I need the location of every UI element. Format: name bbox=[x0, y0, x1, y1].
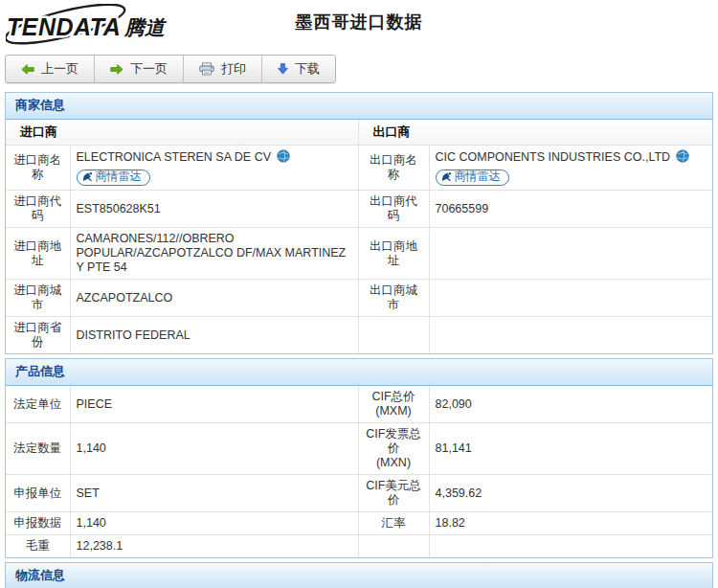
field-label: CIF发票总价 (MXN) bbox=[358, 423, 429, 475]
section-title-merchant: 商家信息 bbox=[6, 93, 712, 120]
globe-icon[interactable] bbox=[277, 149, 290, 167]
field-value: 1,140 bbox=[70, 423, 358, 475]
field-label bbox=[358, 317, 429, 354]
field-label: 进口商省份 bbox=[6, 317, 70, 354]
field-value: 12,238.1 bbox=[70, 535, 358, 558]
field-label: 进口商名称 bbox=[6, 145, 70, 191]
download-button[interactable]: 下载 bbox=[262, 56, 335, 82]
field-label bbox=[358, 535, 429, 558]
radar-icon bbox=[441, 171, 452, 182]
table-row: 法定数量 1,140 CIF发票总价 (MXN) 81,141 bbox=[6, 423, 712, 475]
field-label: CIF总价 (MXM) bbox=[358, 386, 429, 423]
field-value: SET bbox=[70, 475, 358, 512]
field-value: 81,141 bbox=[429, 423, 712, 475]
table-row: 进口商名称 ELECTRONICA STEREN SA DE CV bbox=[6, 145, 712, 191]
field-label: 申报单位 bbox=[6, 475, 70, 512]
section-title-logistics: 物流信息 bbox=[6, 563, 712, 588]
download-label: 下载 bbox=[295, 60, 320, 78]
download-icon bbox=[278, 63, 288, 75]
next-page-button[interactable]: 下一页 bbox=[95, 56, 184, 82]
prev-page-label: 上一页 bbox=[41, 60, 79, 78]
field-value: DISTRITO FEDERAL bbox=[70, 317, 358, 354]
radar-badge-label: 商情雷达 bbox=[96, 170, 142, 183]
logistics-info-section: 物流信息 海关编码 82054001 日期 2018-09-24 原产国 TAI… bbox=[5, 562, 713, 588]
importer-header: 进口商 bbox=[6, 120, 358, 145]
field-value: CIC COMPONENTS INDUSTRIES CO.,LTD bbox=[429, 145, 712, 191]
radar-badge-label: 商情雷达 bbox=[455, 170, 501, 183]
field-value: CAMARONES/112//OBRERO POPULAR/AZCAPOTZAL… bbox=[70, 228, 358, 280]
table-row: 进口商城市 AZCAPOTZALCO 出口商城市 bbox=[6, 280, 712, 317]
field-label: CIF美元总价 bbox=[358, 475, 429, 512]
table-row: 申报数据 1,140 汇率 18.82 bbox=[6, 512, 712, 535]
field-label: 进口商代码 bbox=[6, 191, 70, 228]
field-value: PIECE bbox=[70, 386, 358, 423]
field-label: 出口商城市 bbox=[358, 280, 429, 317]
print-label: 打印 bbox=[221, 60, 246, 78]
logo-text-en: TENDATA bbox=[7, 13, 121, 40]
merchant-table: 进口商 出口商 进口商名称 ELECTRONICA STEREN SA DE C… bbox=[6, 120, 712, 353]
arrow-right-icon bbox=[110, 64, 123, 75]
globe-icon[interactable] bbox=[676, 149, 689, 167]
page-header: TENDATA 腾道 墨西哥进口数据 bbox=[0, 0, 718, 50]
table-row: 进口商地址 CAMARONES/112//OBRERO POPULAR/AZCA… bbox=[6, 228, 712, 280]
field-value: 18.82 bbox=[429, 512, 712, 535]
toolbar: 上一页 下一页 打印 下载 bbox=[5, 55, 336, 83]
logo-text-cn: 腾道 bbox=[123, 16, 168, 38]
product-info-section: 产品信息 法定单位 PIECE CIF总价 (MXM) 82,090 法定数量 … bbox=[5, 358, 713, 558]
field-value: 4,359.62 bbox=[429, 475, 712, 512]
field-label: 出口商代码 bbox=[358, 191, 429, 228]
next-page-label: 下一页 bbox=[130, 60, 168, 78]
field-value: ELECTRONICA STEREN SA DE CV 商情雷达 bbox=[70, 145, 358, 191]
table-row: 进口商代码 EST850628K51 出口商代码 70665599 bbox=[6, 191, 712, 228]
merchant-info-section: 商家信息 进口商 出口商 进口商名称 ELECTRONICA STEREN SA… bbox=[5, 92, 713, 354]
exporter-header: 出口商 bbox=[358, 120, 712, 145]
table-row: 法定单位 PIECE CIF总价 (MXM) 82,090 bbox=[6, 386, 712, 423]
field-label: 法定数量 bbox=[6, 423, 70, 475]
field-label: 进口商地址 bbox=[6, 228, 70, 280]
table-row: 进口商省份 DISTRITO FEDERAL bbox=[6, 317, 712, 354]
merchant-subheader-row: 进口商 出口商 bbox=[6, 120, 712, 145]
field-label: 出口商地址 bbox=[358, 228, 429, 280]
field-label: 毛重 bbox=[6, 535, 70, 558]
field-label: 法定单位 bbox=[6, 386, 70, 423]
table-row: 毛重 12,238.1 bbox=[6, 535, 712, 558]
radar-icon bbox=[82, 171, 93, 182]
field-value: EST850628K51 bbox=[70, 191, 358, 228]
print-button[interactable]: 打印 bbox=[184, 56, 262, 82]
field-label: 进口商城市 bbox=[6, 280, 70, 317]
exporter-name: CIC COMPONENTS INDUSTRIES CO.,LTD bbox=[436, 150, 671, 165]
radar-badge[interactable]: 商情雷达 bbox=[77, 170, 150, 186]
field-value bbox=[429, 280, 712, 317]
field-value bbox=[429, 317, 712, 354]
product-table: 法定单位 PIECE CIF总价 (MXM) 82,090 法定数量 1,140… bbox=[6, 386, 712, 557]
printer-icon bbox=[199, 62, 214, 76]
field-value: 1,140 bbox=[70, 512, 358, 535]
field-value: 70665599 bbox=[429, 191, 712, 228]
field-label: 汇率 bbox=[358, 512, 429, 535]
arrow-left-icon bbox=[21, 64, 34, 75]
field-value bbox=[429, 535, 712, 558]
prev-page-button[interactable]: 上一页 bbox=[6, 56, 95, 82]
table-row: 申报单位 SET CIF美元总价 4,359.62 bbox=[6, 475, 712, 512]
field-value: AZCAPOTZALCO bbox=[70, 280, 358, 317]
importer-name: ELECTRONICA STEREN SA DE CV bbox=[77, 150, 272, 165]
field-value: 82,090 bbox=[429, 386, 712, 423]
field-label: 申报数据 bbox=[6, 512, 70, 535]
tendata-logo: TENDATA 腾道 bbox=[6, 4, 176, 52]
field-label: 出口商名称 bbox=[358, 145, 429, 191]
field-value bbox=[429, 228, 712, 280]
tendata-logo-graphic: TENDATA 腾道 bbox=[6, 4, 176, 48]
section-title-product: 产品信息 bbox=[6, 359, 712, 386]
radar-badge[interactable]: 商情雷达 bbox=[436, 170, 509, 186]
